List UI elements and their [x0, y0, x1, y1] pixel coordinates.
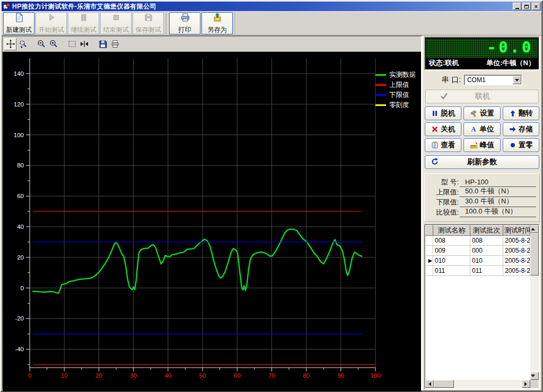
peak-button[interactable]: 峰值 — [463, 138, 500, 152]
refresh-params-button[interactable]: 刷新参数 — [425, 155, 539, 169]
chevron-down-icon — [515, 79, 519, 84]
vertical-scrollbar[interactable] — [530, 225, 539, 380]
svg-text:40: 40 — [17, 224, 24, 230]
legend-item: 实测数据 — [375, 70, 416, 80]
scroll-right-button[interactable] — [522, 380, 530, 388]
hammer-icon — [470, 110, 478, 118]
row-gutter[interactable] — [426, 266, 433, 276]
cell-test-name[interactable]: 011 — [433, 266, 470, 276]
row-gutter-header[interactable] — [426, 226, 433, 236]
store-button[interactable]: 存储 — [503, 122, 539, 136]
cell-test-time[interactable]: 2005-8-25 下午 — [503, 236, 530, 246]
compare-value-value: 100.0 牛顿（N） — [460, 207, 536, 217]
zoom-in-tool-button[interactable] — [47, 38, 59, 50]
measured-data-series — [33, 229, 362, 293]
col-test-name[interactable]: 测试名称 — [433, 226, 470, 236]
minimize-button[interactable] — [513, 3, 521, 10]
row-gutter[interactable] — [426, 246, 433, 256]
close-icon: × — [535, 4, 538, 10]
new-test-button[interactable]: 新建测试 — [3, 12, 34, 34]
upper-limit-value: 50.0 牛顿（N） — [460, 186, 536, 197]
dropdown-button[interactable] — [513, 76, 521, 84]
red-x-icon — [431, 126, 439, 133]
zoom-out-tool-button[interactable] — [35, 38, 47, 50]
offline-button[interactable]: 脱机 — [425, 106, 461, 120]
chart-legend: 实测数据上限值下限值零刻度 — [375, 70, 416, 110]
print-icon — [110, 39, 120, 49]
scroll-down-button[interactable] — [530, 372, 539, 380]
print-button[interactable]: 打印 — [169, 12, 200, 34]
zoom-in-icon — [49, 39, 58, 49]
fit-axes-tool-button[interactable] — [78, 38, 90, 50]
connect-button[interactable]: 联机 — [425, 90, 539, 103]
col-test-time[interactable]: 测试时间 — [503, 226, 530, 236]
compare-value-label: 比较值: — [426, 208, 459, 217]
current-row-marker[interactable]: ► — [426, 256, 433, 266]
cell-test-batch[interactable]: 008 — [470, 236, 503, 246]
legend-item: 上限值 — [375, 80, 416, 90]
main-toolbar: 新建测试 开始测试 继续测试 结束测试 保存测试 打印 另存为 — [2, 11, 541, 35]
col-test-batch[interactable]: 测试批次 — [470, 226, 503, 236]
unit-text: 单位:牛顿（N） — [486, 58, 535, 68]
zero-button[interactable]: 置零 — [503, 138, 539, 152]
table-row[interactable]: 0080082005-8-25 下午 — [426, 236, 530, 246]
horizontal-scrollbar[interactable] — [425, 380, 530, 388]
cell-test-name[interactable]: 010 — [433, 256, 470, 266]
close-button[interactable]: × — [532, 3, 540, 10]
row-gutter[interactable] — [426, 236, 433, 246]
unit-button[interactable]: A 单位 — [463, 122, 500, 136]
svg-text:80: 80 — [303, 372, 310, 379]
svg-text:60: 60 — [17, 193, 24, 199]
serial-port-select[interactable]: COM1 — [464, 75, 522, 85]
continue-test-button[interactable]: 继续测试 — [68, 12, 99, 34]
cell-test-name[interactable]: 008 — [433, 236, 470, 246]
pan-tool-button[interactable] — [4, 38, 16, 50]
save-as-button[interactable]: 另存为 — [202, 12, 233, 34]
serial-port-label: 串 口: — [442, 75, 461, 85]
cell-test-name[interactable]: 009 — [433, 246, 470, 256]
scroll-up-button[interactable] — [530, 225, 539, 233]
legend-label: 实测数据 — [389, 70, 416, 79]
settings-button[interactable]: 设置 — [463, 106, 500, 120]
cell-test-batch[interactable]: 011 — [470, 266, 503, 276]
print-chart-button[interactable] — [109, 38, 121, 50]
start-test-button[interactable]: 开始测试 — [36, 12, 67, 34]
new-test-label: 新建测试 — [6, 25, 32, 34]
scroll-left-button[interactable] — [425, 380, 434, 388]
save-chart-button[interactable] — [97, 38, 109, 50]
cell-test-time[interactable]: 2005-8-25 下午 — [503, 246, 530, 256]
flip-button[interactable]: 翻转 — [503, 106, 539, 120]
cell-test-batch[interactable]: 010 — [470, 256, 503, 266]
chart-toolbar — [3, 37, 421, 52]
chart-plot-area[interactable]: 0102030405060708090100-40-20020406080100… — [3, 52, 421, 391]
marquee-tool-button[interactable] — [66, 38, 78, 50]
cell-test-time[interactable]: 2005-8-25 下 — [503, 266, 530, 276]
power-off-label: 关机 — [441, 124, 455, 134]
vertical-scroll-thumb[interactable] — [530, 233, 539, 275]
continue-test-label: 继续测试 — [71, 25, 97, 34]
restore-button[interactable] — [522, 3, 531, 10]
cell-test-batch[interactable]: 000 — [470, 246, 503, 256]
led-status-bar: 状态:联机 单位:牛顿（N） — [426, 58, 538, 68]
table-header-row: 测试名称 测试批次 测试时间 — [426, 226, 530, 236]
horizontal-scroll-thumb[interactable] — [434, 380, 454, 388]
arrow-left-icon — [426, 382, 431, 386]
zoom-select-tool-button[interactable] — [16, 38, 29, 50]
legend-item: 下限值 — [375, 90, 416, 100]
legend-swatch — [375, 84, 386, 86]
table-row[interactable]: 0110112005-8-25 下 — [426, 266, 530, 276]
table-row[interactable]: 0090002005-8-25 下午 — [426, 246, 530, 256]
end-test-button[interactable]: 结束测试 — [100, 12, 132, 34]
save-test-button[interactable]: 保存测试 — [133, 12, 164, 34]
offline-label: 脱机 — [441, 109, 455, 118]
flip-label: 翻转 — [519, 109, 533, 118]
view-button[interactable]: 查看 — [425, 138, 461, 152]
svg-text:70: 70 — [268, 372, 275, 379]
chart-region: 0102030405060708090100-40-20020406080100… — [2, 35, 422, 390]
zero-label: 置零 — [519, 140, 533, 150]
power-off-button[interactable]: 关机 — [425, 122, 461, 136]
svg-text:60: 60 — [234, 372, 241, 379]
cell-test-time[interactable]: 2005-8-25 下午 — [503, 256, 530, 266]
app-window: HP推拉力计测试软件-乐清市艾德堡仪器有限公司 × 新建测试 开始测试 继续测试… — [0, 0, 543, 392]
table-row[interactable]: ►0100102005-8-25 下午 — [426, 256, 530, 266]
